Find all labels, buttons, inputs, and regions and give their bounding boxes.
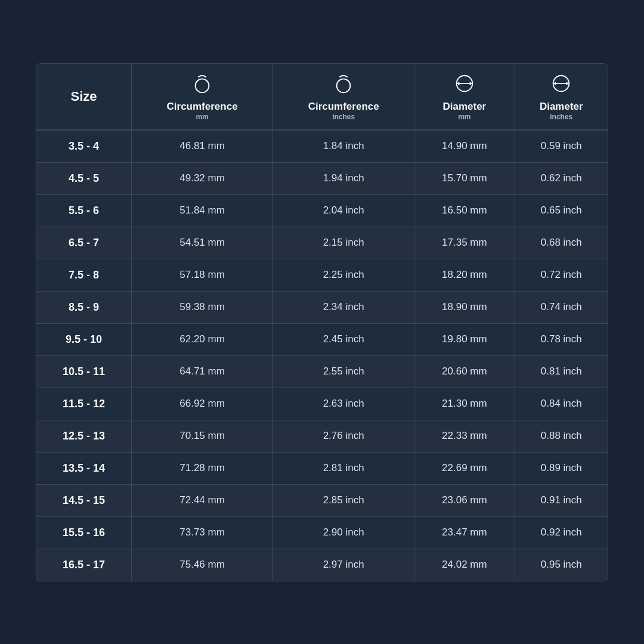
diam-mm-cell: 17.35 mm [414,227,515,259]
size-cell: 15.5 - 16 [36,516,132,549]
diam-mm-cell: 16.50 mm [414,194,515,227]
table-row: 14.5 - 1572.44 mm2.85 inch23.06 mm0.91 i… [36,484,608,516]
circ-in-cell: 2.90 inch [273,516,414,549]
circ-mm-cell: 57.18 mm [132,259,273,291]
circ-in-cell: 1.84 inch [273,130,414,163]
diam-in-cell: 0.89 inch [515,452,608,484]
diam-in-cell: 0.74 inch [515,291,608,323]
diam-mm-cell: 23.06 mm [414,484,515,516]
circ-in-cell: 2.15 inch [273,227,414,259]
diameter-arrow-icon [419,72,509,97]
table-row: 16.5 - 1775.46 mm2.97 inch24.02 mm0.95 i… [36,549,608,581]
diam-mm-cell: 15.70 mm [414,162,515,194]
circ-mm-cell: 62.20 mm [132,323,273,355]
diam-in-cell: 0.65 inch [515,194,608,227]
diam-in-cell: 0.81 inch [515,355,608,388]
size-cell: 9.5 - 10 [36,323,132,355]
table-row: 5.5 - 651.84 mm2.04 inch16.50 mm0.65 inc… [36,194,608,227]
diam-mm-cell: 21.30 mm [414,388,515,420]
circ-in-cell: 2.81 inch [273,452,414,484]
ring-size-table: Size Circumference mm [36,63,608,581]
size-cell: 3.5 - 4 [36,130,132,163]
table-row: 11.5 - 1266.92 mm2.63 inch21.30 mm0.84 i… [36,388,608,420]
size-cell: 10.5 - 11 [36,355,132,388]
table-row: 4.5 - 549.32 mm1.94 inch15.70 mm0.62 inc… [36,162,608,194]
table-row: 9.5 - 1062.20 mm2.45 inch19.80 mm0.78 in… [36,323,608,355]
table-row: 8.5 - 959.38 mm2.34 inch18.90 mm0.74 inc… [36,291,608,323]
diam-in-cell: 0.84 inch [515,388,608,420]
table-row: 6.5 - 754.51 mm2.15 inch17.35 mm0.68 inc… [36,227,608,259]
diam-mm-cell: 22.69 mm [414,452,515,484]
table-row: 13.5 - 1471.28 mm2.81 inch22.69 mm0.89 i… [36,452,608,484]
circ-mm-cell: 70.15 mm [132,420,273,452]
table-row: 3.5 - 446.81 mm1.84 inch14.90 mm0.59 inc… [36,130,608,163]
table-row: 12.5 - 1370.15 mm2.76 inch22.33 mm0.88 i… [36,420,608,452]
table-row: 15.5 - 1673.73 mm2.90 inch23.47 mm0.92 i… [36,516,608,549]
circ-mm-cell: 64.71 mm [132,355,273,388]
size-cell: 8.5 - 9 [36,291,132,323]
circ-in-cell: 2.85 inch [273,484,414,516]
circ-mm-cell: 59.38 mm [132,291,273,323]
diam-in-cell: 0.59 inch [515,130,608,163]
circ-in-cell: 2.04 inch [273,194,414,227]
size-header: Size [36,64,132,130]
circ-mm-cell: 54.51 mm [132,227,273,259]
diam-mm-cell: 24.02 mm [414,549,515,581]
size-cell: 14.5 - 15 [36,484,132,516]
diam-in-cell: 0.92 inch [515,516,608,549]
diam-in-cell: 0.72 inch [515,259,608,291]
size-cell: 12.5 - 13 [36,420,132,452]
diam-in-cell: 0.91 inch [515,484,608,516]
table-row: 7.5 - 857.18 mm2.25 inch18.20 mm0.72 inc… [36,259,608,291]
circ-mm-cell: 72.44 mm [132,484,273,516]
circ-in-cell: 2.63 inch [273,388,414,420]
size-cell: 16.5 - 17 [36,549,132,581]
svg-point-0 [196,79,209,92]
diameter-arrow-small-icon [520,72,603,97]
diam-in-cell: 0.78 inch [515,323,608,355]
diam-in-cell: 0.95 inch [515,549,608,581]
table-row: 10.5 - 1164.71 mm2.55 inch20.60 mm0.81 i… [36,355,608,388]
circumference-mm-header: Circumference mm [132,64,273,130]
circumference-inches-header: Circumference inches [273,64,414,130]
size-cell: 4.5 - 5 [36,162,132,194]
size-cell: 11.5 - 12 [36,388,132,420]
svg-point-1 [337,79,351,92]
diam-in-cell: 0.68 inch [515,227,608,259]
diam-mm-cell: 14.90 mm [414,130,515,163]
circ-in-cell: 1.94 inch [273,162,414,194]
circ-mm-cell: 51.84 mm [132,194,273,227]
circ-in-cell: 2.55 inch [273,355,414,388]
size-cell: 5.5 - 6 [36,194,132,227]
size-cell: 6.5 - 7 [36,227,132,259]
circ-mm-cell: 49.32 mm [132,162,273,194]
diam-mm-cell: 22.33 mm [414,420,515,452]
diam-mm-cell: 19.80 mm [414,323,515,355]
diameter-inches-header: Diameter inches [515,64,608,130]
circle-open-icon [137,72,268,97]
circ-mm-cell: 46.81 mm [132,130,273,163]
size-cell: 13.5 - 14 [36,452,132,484]
circ-mm-cell: 71.28 mm [132,452,273,484]
diam-in-cell: 0.88 inch [515,420,608,452]
size-cell: 7.5 - 8 [36,259,132,291]
circ-mm-cell: 73.73 mm [132,516,273,549]
circle-open-small-icon [278,72,409,97]
circ-mm-cell: 66.92 mm [132,388,273,420]
diam-in-cell: 0.62 inch [515,162,608,194]
circ-mm-cell: 75.46 mm [132,549,273,581]
diam-mm-cell: 18.90 mm [414,291,515,323]
circ-in-cell: 2.25 inch [273,259,414,291]
circ-in-cell: 2.76 inch [273,420,414,452]
circ-in-cell: 2.34 inch [273,291,414,323]
circ-in-cell: 2.97 inch [273,549,414,581]
diam-mm-cell: 18.20 mm [414,259,515,291]
diam-mm-cell: 20.60 mm [414,355,515,388]
diam-mm-cell: 23.47 mm [414,516,515,549]
diameter-mm-header: Diameter mm [414,64,515,130]
circ-in-cell: 2.45 inch [273,323,414,355]
